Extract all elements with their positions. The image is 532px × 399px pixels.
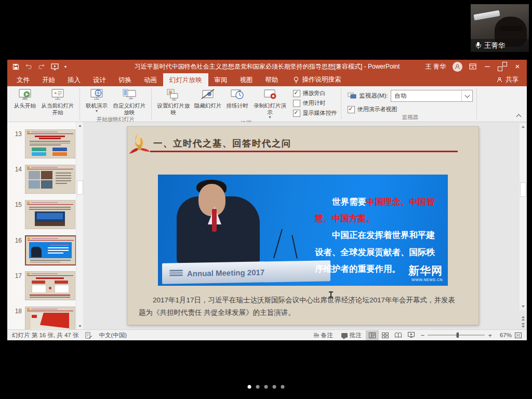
page-dot[interactable] [281,385,285,389]
monitor-icon [348,92,356,99]
page-dots[interactable] [248,385,285,389]
hide-slide-icon [201,88,215,102]
normal-view-button[interactable] [366,330,379,340]
page-dot[interactable] [248,385,251,389]
slide-thumbnail-17[interactable] [25,271,75,300]
slide-canvas: 一、立时代之基、回答时代之问 Annual Meeting 2017 [83,122,527,330]
from-current-slide-button[interactable]: 从当前幻灯片开始 [39,88,76,115]
slide-thumbnail-16-selected[interactable] [25,235,76,265]
from-beginning-button[interactable]: 从头开始 [12,88,38,109]
record-slideshow-button[interactable]: 录制幻灯片演示 ▾ [252,88,288,119]
thumb-number: 17 [8,272,22,280]
slide-title[interactable]: 一、立时代之基、回答时代之问 [153,137,291,150]
play-narration-checkbox[interactable]: 播放旁白 [293,89,337,97]
present-online-button[interactable]: 联机演示 ▾ [84,88,110,113]
custom-slideshow-button[interactable]: 自定义幻灯片放映 [111,88,148,115]
tab-insert[interactable]: 插入 [61,73,87,86]
zoom-slider[interactable] [428,335,485,336]
checkbox-icon [293,90,300,97]
tell-me-search[interactable]: 操作说明搜索 [293,75,341,84]
page-dot[interactable] [256,385,260,389]
language-indicator[interactable]: 中文(中国) [99,331,127,339]
title-underline [150,151,458,152]
record-slideshow-label: 录制幻灯片演示 [253,102,287,115]
comments-icon [341,333,348,338]
scroll-down-arrow[interactable] [76,323,83,330]
fit-to-window-button[interactable] [512,330,525,340]
present-online-dropdown[interactable]: ▾ [96,109,98,113]
slide-photo[interactable]: Annual Meeting 2017 新华网 WWW.NEWS.CN 世界需要… [158,175,448,286]
start-slideshow-icon[interactable] [51,63,59,70]
tab-home[interactable]: 开始 [36,73,61,86]
monitor-select[interactable]: 自动 [391,90,473,102]
monitor-label: 监视器(M): [360,92,388,100]
tab-animations[interactable]: 动画 [138,73,163,86]
slide-16[interactable]: 一、立时代之基、回答时代之问 Annual Meeting 2017 [127,127,478,325]
monitor-value: 自动 [394,92,406,100]
redo-icon[interactable] [38,63,45,70]
zoom-out-button[interactable]: − [421,331,425,339]
slide-caption[interactable]: 2017年1月17日，习近平在瑞士达沃斯国际会议中心出席世界经济论坛2017年年… [139,294,462,320]
use-timings-checkbox[interactable]: 使用计时 [293,99,337,107]
record-slideshow-dropdown[interactable]: ▾ [269,115,271,119]
zoom-level[interactable]: 67% [495,332,512,338]
user-avatar[interactable] [453,62,462,72]
share-button[interactable]: 共享 [497,75,527,84]
webcam-thumbnail[interactable]: 王菁华 [471,4,529,52]
scroll-down-arrow[interactable] [520,303,526,310]
comments-button[interactable]: 批注 [337,330,366,340]
thumb-number: 13 [8,130,22,138]
reading-view-icon [395,332,402,338]
setup-slideshow-icon [166,88,181,102]
setup-slideshow-button[interactable]: 设置幻灯片放映 [155,88,192,115]
presenter-view-label: 使用演示者视图 [357,105,397,113]
collapse-ribbon-button[interactable] [514,112,523,119]
undo-icon[interactable] [25,63,32,70]
presenter-view-checkbox[interactable]: 使用演示者视图 [348,105,473,113]
previous-slide-button[interactable] [522,316,525,321]
slide-sorter-view-button[interactable] [379,330,392,340]
proofing-icon[interactable] [85,332,92,339]
tell-me-label: 操作说明搜索 [302,75,341,84]
notes-button[interactable]: 备注 [310,330,337,340]
zoom-slider-thumb[interactable] [457,332,459,338]
tab-slideshow[interactable]: 幻灯片放映 [163,73,208,86]
setup-slideshow-label: 设置幻灯片放映 [156,102,191,115]
ribbon-display-options-icon[interactable] [469,63,476,70]
minimize-button[interactable]: ─ [483,62,491,71]
tab-view[interactable]: 视图 [234,73,259,86]
group-separator [476,88,477,119]
share-label: 共享 [506,75,518,84]
save-icon[interactable] [12,63,19,70]
panel-scrollbar[interactable] [76,122,83,330]
lightbulb-icon [293,76,299,84]
scroll-up-arrow[interactable] [76,122,83,129]
zoom-in-button[interactable]: + [488,331,492,339]
slide-thumbnail-13[interactable] [25,129,75,158]
slide-thumbnail-15[interactable] [25,200,75,229]
tab-design[interactable]: 设计 [87,73,112,86]
tab-transitions[interactable]: 切换 [112,73,138,86]
next-slide-button[interactable] [522,323,525,328]
customize-qat-icon[interactable]: ▾ [64,64,66,69]
tab-file[interactable]: 文件 [10,73,36,86]
rehearse-timings-button[interactable]: 排练计时 [224,88,250,109]
rehearse-timings-label: 排练计时 [227,102,248,109]
tab-help[interactable]: 帮助 [259,73,285,86]
main-scrollbar[interactable] [520,123,526,310]
panel-scroll-thumb[interactable] [77,180,83,195]
close-button[interactable]: × [513,62,522,71]
slide-position[interactable]: 幻灯片 第 16 张, 共 47 张 [12,331,78,339]
hide-slide-button[interactable]: 隐藏幻灯片 [193,88,223,109]
page-dot[interactable] [273,385,276,389]
slide-thumbnail-14[interactable] [25,165,75,194]
show-media-controls-checkbox[interactable]: 显示媒体控件 [293,109,337,117]
status-bar: 幻灯片 第 16 张, 共 47 张 中文(中国) 备注 批注 [7,329,527,340]
combo-chevron[interactable] [461,90,472,101]
tab-review[interactable]: 审阅 [208,73,234,86]
slideshow-view-button[interactable] [405,330,418,340]
scroll-up-arrow[interactable] [520,123,526,130]
page-dot[interactable] [264,385,268,389]
reading-view-button[interactable] [392,330,405,340]
main-scroll-thumb[interactable] [520,182,526,197]
